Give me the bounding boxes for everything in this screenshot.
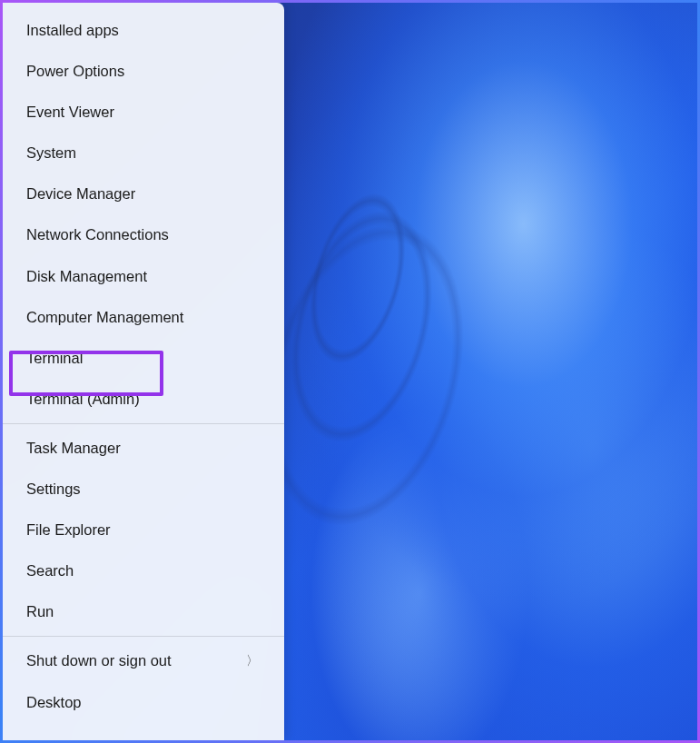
menu-item-terminal-admin[interactable]: Terminal (Admin) [3, 379, 284, 420]
chevron-right-icon: 〉 [246, 652, 259, 670]
menu-item-network-connections[interactable]: Network Connections [3, 214, 284, 255]
menu-item-label: Computer Management [26, 307, 183, 328]
menu-item-label: Event Viewer [26, 102, 114, 123]
menu-item-label: File Explorer [26, 520, 111, 540]
menu-item-label: Settings [26, 479, 81, 500]
winx-power-user-menu: Installed apps Power Options Event Viewe… [3, 3, 284, 740]
menu-item-device-manager[interactable]: Device Manager [3, 173, 284, 214]
menu-item-file-explorer[interactable]: File Explorer [3, 510, 284, 550]
menu-item-label: System [26, 143, 76, 163]
menu-item-label: Network Connections [26, 224, 169, 245]
menu-item-label: Power Options [26, 61, 124, 82]
menu-item-label: Terminal (Admin) [26, 389, 140, 410]
menu-item-terminal[interactable]: Terminal [3, 338, 284, 379]
menu-separator [3, 423, 284, 424]
menu-item-label: Shut down or sign out [26, 650, 172, 671]
menu-separator [3, 636, 284, 637]
menu-item-power-options[interactable]: Power Options [3, 51, 284, 92]
menu-item-disk-management[interactable]: Disk Management [3, 256, 284, 297]
menu-item-search[interactable]: Search [3, 550, 284, 591]
menu-item-label: Run [26, 601, 54, 622]
menu-item-installed-apps[interactable]: Installed apps [3, 10, 284, 51]
menu-item-label: Disk Management [26, 266, 147, 287]
menu-item-shut-down-sign-out[interactable]: Shut down or sign out 〉 [3, 640, 284, 681]
menu-item-label: Search [26, 560, 74, 581]
menu-item-settings[interactable]: Settings [3, 469, 284, 510]
menu-item-label: Task Manager [26, 438, 121, 459]
menu-item-system[interactable]: System [3, 133, 284, 173]
screenshot-frame: Installed apps Power Options Event Viewe… [0, 0, 700, 743]
menu-item-label: Desktop [26, 692, 82, 713]
menu-item-label: Device Manager [26, 183, 135, 204]
menu-item-event-viewer[interactable]: Event Viewer [3, 92, 284, 133]
menu-item-task-manager[interactable]: Task Manager [3, 428, 284, 469]
menu-item-label: Installed apps [26, 20, 119, 41]
menu-item-run[interactable]: Run [3, 591, 284, 632]
menu-item-label: Terminal [26, 348, 83, 369]
menu-item-computer-management[interactable]: Computer Management [3, 297, 284, 338]
menu-item-desktop[interactable]: Desktop [3, 682, 284, 723]
